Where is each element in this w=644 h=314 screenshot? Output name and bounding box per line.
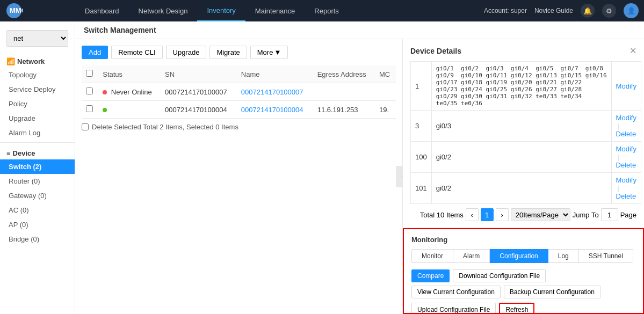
sidebar-item-policy[interactable]: Policy (0, 97, 75, 111)
nav-dashboard[interactable]: Dashboard (75, 0, 129, 21)
details-row-3: 100 gi0/2 Modify | Delete (411, 142, 641, 173)
jump-to-input[interactable] (601, 208, 618, 221)
monitoring-title: Monitoring (411, 236, 635, 244)
network-select[interactable]: net (6, 30, 68, 47)
remote-cli-button[interactable]: Remote CLI (111, 46, 162, 59)
logo-icon: MMC (5, 2, 23, 19)
nav-network-design[interactable]: Network Design (129, 0, 198, 21)
details-row-2: 3 gi0/3 Modify | Delete (411, 111, 641, 142)
novice-guide[interactable]: Novice Guide (534, 7, 573, 14)
sep-3: | (618, 153, 619, 161)
top-navigation: MMC Dashboard Network Design Inventory M… (0, 0, 644, 21)
collapse-button[interactable]: › (396, 166, 403, 187)
row-checkbox-1[interactable] (86, 87, 93, 94)
tab-ssh-tunnel[interactable]: SSH Tunnel (579, 249, 633, 263)
device-link-2[interactable]: 0007214170100004 (241, 106, 303, 114)
action-3: Modify | Delete (611, 142, 641, 173)
table-row: Never Online 0007214170100007 0007214170… (82, 83, 396, 101)
content-area: Add Remote CLI Upgrade Migrate More ▼ St… (75, 39, 644, 314)
notification-icon[interactable]: 🔔 (581, 4, 595, 18)
col-sn: SN (161, 65, 237, 83)
nav-inventory[interactable]: Inventory (197, 0, 245, 21)
monitoring-panel: Monitoring Monitor Alarm Configuration L… (403, 228, 644, 314)
delete-selected-checkbox[interactable] (82, 123, 89, 130)
sidebar-item-upgrade[interactable]: Upgrade (0, 111, 75, 126)
network-section-label: 📶 Network (0, 53, 75, 68)
col-egress: Egress Address (313, 65, 375, 83)
mc-cell-2: 19. (375, 101, 396, 119)
nav-items: Dashboard Network Design Inventory Maint… (75, 0, 484, 21)
add-button[interactable]: Add (82, 46, 108, 59)
compare-button[interactable]: Compare (411, 269, 450, 282)
table-footer: Delete Selected Total 2 Items, Selected … (82, 119, 396, 135)
refresh-button[interactable]: Refresh (499, 303, 534, 314)
col-mc: MC (375, 65, 396, 83)
settings-icon[interactable]: ⚙ (602, 4, 616, 18)
logo-area: MMC (5, 2, 75, 19)
view-config-button[interactable]: View Current Configuration (411, 286, 501, 298)
tab-monitor[interactable]: Monitor (411, 249, 453, 263)
prev-page-btn[interactable]: ‹ (466, 208, 479, 221)
status-dot-red-icon (103, 90, 107, 94)
details-total: Total 10 Items (420, 211, 464, 219)
upload-config-button[interactable]: Upload Configuration File (411, 303, 496, 314)
left-panel: Add Remote CLI Upgrade Migrate More ▼ St… (75, 39, 403, 314)
more-chevron-icon: ▼ (274, 48, 281, 56)
nav-reports[interactable]: Reports (305, 0, 349, 21)
sidebar-item-alarm-log[interactable]: Alarm Log (0, 126, 75, 140)
sidebar: net 📶 Network Topology Service Deploy Po… (0, 21, 75, 314)
delete-link-3[interactable]: Delete (616, 161, 636, 169)
vlan-2: 3 (411, 111, 432, 142)
sidebar-item-topology[interactable]: Topology (0, 68, 75, 82)
backup-config-button[interactable]: Backup Current Configuration (504, 286, 600, 298)
col-name: Name (237, 65, 313, 83)
sidebar-item-ac[interactable]: AC (0) (0, 203, 75, 217)
nav-maintenance[interactable]: Maintenance (245, 0, 305, 21)
status-cell-2 (98, 101, 161, 119)
tab-configuration[interactable]: Configuration (490, 249, 548, 263)
current-page-btn[interactable]: 1 (481, 208, 494, 221)
modify-link-1[interactable]: Modify (616, 82, 636, 90)
sidebar-item-router[interactable]: Router (0) (0, 174, 75, 188)
details-table: 1 gi0/1 gi0/2 gi0/3 gi0/4 gi0/5 gi0/7 gi… (410, 61, 641, 204)
ports-1: gi0/1 gi0/2 gi0/3 gi0/4 gi0/5 gi0/7 gi0/… (431, 62, 611, 111)
details-panel-title: Device Details (410, 47, 461, 55)
sidebar-item-switch[interactable]: Switch (2) (0, 159, 75, 174)
tab-alarm[interactable]: Alarm (453, 249, 490, 263)
vlan-4: 101 (411, 173, 432, 204)
sidebar-item-gateway[interactable]: Gateway (0) (0, 188, 75, 203)
page-label: Page (620, 211, 636, 219)
egress-cell-1 (313, 83, 375, 101)
config-buttons-row2: Upload Configuration File Refresh (411, 303, 635, 314)
vlan-3: 100 (411, 142, 432, 173)
upgrade-button[interactable]: Upgrade (166, 46, 207, 59)
row-checkbox-2[interactable] (86, 105, 93, 112)
device-section-label: ≡ Device (0, 145, 75, 159)
action-2: Modify | Delete (611, 111, 641, 142)
sidebar-item-bridge[interactable]: Bridge (0) (0, 232, 75, 246)
page-size-select[interactable]: 20Items/Page (511, 208, 570, 221)
sidebar-item-service-deploy[interactable]: Service Deploy (0, 82, 75, 97)
delete-link-4[interactable]: Delete (616, 192, 636, 200)
download-config-button[interactable]: Download Configuration File (453, 269, 546, 282)
next-page-btn[interactable]: › (496, 208, 509, 221)
status-cell-1: Never Online (98, 83, 161, 101)
device-table: Status SN Name Egress Address MC (82, 65, 396, 119)
details-close-button[interactable]: ✕ (629, 46, 636, 56)
device-link-1[interactable]: 0007214170100007 (241, 88, 303, 96)
select-all-checkbox[interactable] (86, 70, 93, 77)
details-row-4: 101 gi0/2 Modify | Delete (411, 173, 641, 204)
status-dot-green-icon (103, 108, 107, 112)
user-avatar[interactable]: 👤 (624, 3, 639, 18)
config-buttons-row1: Compare Download Configuration File View… (411, 269, 635, 298)
migrate-button[interactable]: Migrate (209, 46, 247, 59)
nav-right: Account: super Novice Guide 🔔 ⚙ 👤 (484, 3, 639, 18)
mc-cell-1 (375, 83, 396, 101)
modify-link-3[interactable]: Modify (616, 145, 636, 153)
delete-link-2[interactable]: Delete (616, 130, 636, 138)
tab-log[interactable]: Log (548, 249, 579, 263)
more-button[interactable]: More ▼ (250, 46, 288, 59)
modify-link-2[interactable]: Modify (616, 114, 636, 122)
sidebar-item-ap[interactable]: AP (0) (0, 217, 75, 232)
modify-link-4[interactable]: Modify (616, 176, 636, 184)
